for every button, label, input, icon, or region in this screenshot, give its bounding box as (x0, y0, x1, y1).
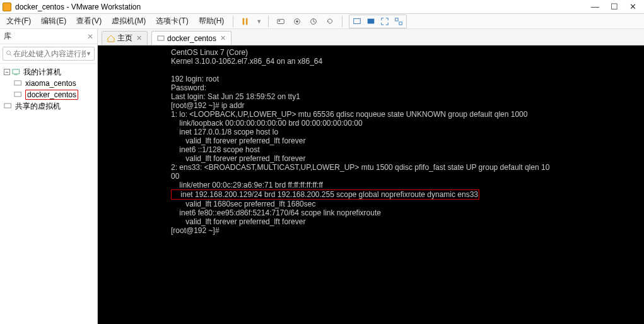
window-controls: — ☐ ✕ (591, 2, 641, 11)
send-cad-icon[interactable] (275, 16, 286, 27)
shared-icon (4, 102, 13, 110)
close-window-button[interactable]: ✕ (629, 2, 636, 11)
search-dropdown-icon[interactable]: ▼ (86, 51, 91, 57)
svg-rect-2 (278, 19, 284, 23)
term-line: inet6 fe80::ee95:d86f:5214:7170/64 scope… (171, 208, 381, 217)
svg-rect-17 (4, 104, 11, 108)
tree-item-xiaoma[interactable]: xiaoma_centos (1, 78, 96, 89)
view-mode-group (349, 15, 407, 28)
content-area: 主页 ✕ docker_centos ✕ CentOS Linux 7 (Cor… (98, 29, 644, 324)
library-sidebar: 库 ✕ ▼ − 我的计算机 xiaoma_centos docker_cento (0, 29, 98, 324)
term-line: Password: (171, 83, 206, 92)
vm-tab-icon (157, 35, 165, 42)
svg-rect-16 (15, 92, 21, 97)
menu-tabs[interactable]: 选项卡(T) (153, 16, 190, 27)
term-line-highlighted-inet: inet 192.168.200.129/24 brd 192.168.200.… (171, 189, 479, 200)
svg-rect-7 (354, 18, 361, 23)
svg-rect-18 (158, 36, 164, 40)
svg-rect-15 (15, 81, 21, 85)
svg-point-5 (296, 20, 299, 23)
sidebar-header: 库 ✕ (0, 29, 97, 44)
home-icon (107, 35, 115, 42)
app-icon (3, 3, 11, 11)
workspace: 库 ✕ ▼ − 我的计算机 xiaoma_centos docker_cento (0, 29, 644, 324)
term-line: 1: lo: <LOOPBACK,UP,LOWER_UP> mtu 65536 … (171, 110, 527, 119)
menu-edit[interactable]: 编辑(E) (38, 16, 69, 27)
tree-item-label: xiaoma_centos (25, 79, 76, 88)
term-line: link/loopback 00:00:00:00:00:00 brd 00:0… (171, 119, 363, 128)
sidebar-title: 库 (4, 31, 11, 42)
tree-shared-vms[interactable]: 共享的虚拟机 (1, 100, 96, 112)
term-line: inet6 ::1/128 scope host (171, 145, 260, 154)
tab-home[interactable]: 主页 ✕ (102, 31, 148, 45)
separator (233, 16, 233, 27)
menu-view[interactable]: 查看(V) (74, 16, 104, 27)
tab-vm-label: docker_centos (167, 34, 216, 43)
sidebar-close-icon[interactable]: ✕ (87, 32, 93, 41)
term-line: inet 127.0.0.1/8 scope host lo (171, 128, 278, 136)
term-line: 2: ens33: <BROADCAST,MULTICAST,UP,LOWER_… (171, 163, 549, 172)
revert-icon[interactable] (324, 16, 336, 27)
svg-rect-9 (395, 18, 398, 20)
minimize-button[interactable]: — (591, 2, 599, 11)
svg-rect-3 (279, 20, 281, 21)
computer-icon (12, 68, 21, 76)
menu-vm[interactable]: 虚拟机(M) (109, 16, 148, 27)
title-bar: docker_centos - VMware Workstation — ☐ ✕ (0, 0, 644, 14)
separator (268, 16, 269, 27)
svg-rect-13 (13, 69, 20, 74)
pause-button[interactable] (240, 16, 251, 27)
tab-close-icon[interactable]: ✕ (220, 34, 226, 42)
console-view-icon[interactable] (365, 16, 377, 27)
search-icon (6, 50, 13, 57)
fullscreen-icon[interactable] (379, 16, 390, 27)
fit-guest-icon[interactable] (351, 16, 363, 27)
tab-home-label: 主页 (117, 33, 132, 44)
menu-help[interactable]: 帮助(H) (196, 16, 227, 27)
term-line: [root@192 ~]# (171, 226, 220, 235)
library-tree: − 我的计算机 xiaoma_centos docker_centos 共享的虚… (0, 64, 97, 114)
tree-root-label: 我的计算机 (23, 67, 61, 78)
term-line: link/ether 00:0c:29:a6:9e:71 brd ff:ff:f… (171, 181, 323, 189)
search-box[interactable]: ▼ (3, 47, 95, 61)
svg-point-11 (7, 51, 11, 55)
snapshot-icon[interactable] (291, 16, 303, 27)
term-line: CentOS Linux 7 (Core) (171, 48, 248, 57)
vm-icon (14, 80, 23, 87)
svg-rect-0 (243, 18, 245, 25)
snapshot-manager-icon[interactable] (308, 16, 319, 27)
dropdown-icon[interactable]: ▼ (256, 18, 262, 25)
tree-shared-label: 共享的虚拟机 (15, 101, 61, 112)
collapse-icon[interactable]: − (4, 69, 10, 75)
svg-rect-1 (246, 18, 248, 25)
tab-docker-centos[interactable]: docker_centos ✕ (151, 31, 231, 45)
term-line: valid_lft forever preferred_lft forever (171, 136, 305, 145)
term-line: valid_lft forever preferred_lft forever (171, 217, 305, 226)
tree-root-mycomputer[interactable]: − 我的计算机 (1, 66, 96, 78)
term-line: Last login: Sat Jun 25 18:59:52 on tty1 (171, 92, 300, 101)
svg-rect-8 (368, 18, 375, 23)
unity-icon[interactable] (393, 16, 404, 27)
maximize-button[interactable]: ☐ (611, 2, 618, 11)
term-line: [root@192 ~]# ip addr (171, 101, 245, 110)
svg-line-12 (10, 54, 12, 56)
tabs-row: 主页 ✕ docker_centos ✕ (98, 29, 644, 45)
menu-bar: 文件(F) 编辑(E) 查看(V) 虚拟机(M) 选项卡(T) 帮助(H) ▼ (0, 14, 644, 29)
tree-item-label: docker_centos (25, 90, 78, 100)
sidebar-search: ▼ (0, 44, 97, 64)
term-line: valid_lft forever preferred_lft forever (171, 154, 305, 163)
search-input[interactable] (13, 49, 86, 58)
svg-rect-14 (15, 75, 18, 75)
svg-rect-10 (399, 21, 402, 24)
tree-item-docker[interactable]: docker_centos (1, 89, 96, 100)
separator (342, 16, 342, 27)
vm-console-terminal[interactable]: CentOS Linux 7 (Core) Kernel 3.10.0-1062… (98, 45, 644, 324)
term-line: Kernel 3.10.0-1062.el7.x86_64 on an x86_… (171, 57, 322, 66)
term-line: 00 (171, 172, 179, 181)
vm-icon (14, 91, 23, 99)
menu-file[interactable]: 文件(F) (4, 16, 33, 27)
term-line: valid_lft 1680sec preferred_lft 1680sec (171, 200, 315, 208)
tab-close-icon[interactable]: ✕ (136, 34, 142, 42)
window-title: docker_centos - VMware Workstation (15, 3, 141, 11)
term-line: 192 login: root (171, 75, 219, 83)
